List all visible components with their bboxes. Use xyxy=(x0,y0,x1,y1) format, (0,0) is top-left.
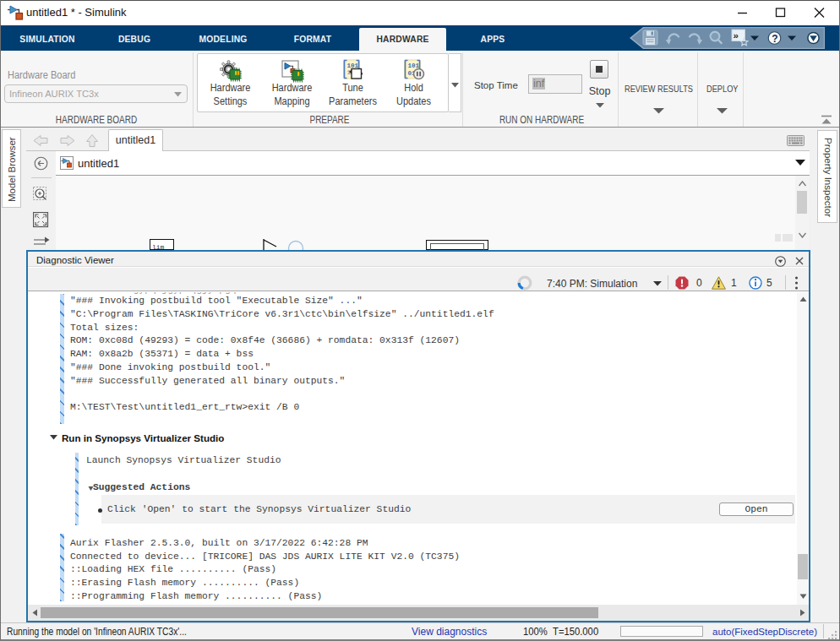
svg-text:»: » xyxy=(734,30,739,41)
svg-text:101: 101 xyxy=(347,62,359,69)
svg-text:?: ? xyxy=(772,33,777,45)
